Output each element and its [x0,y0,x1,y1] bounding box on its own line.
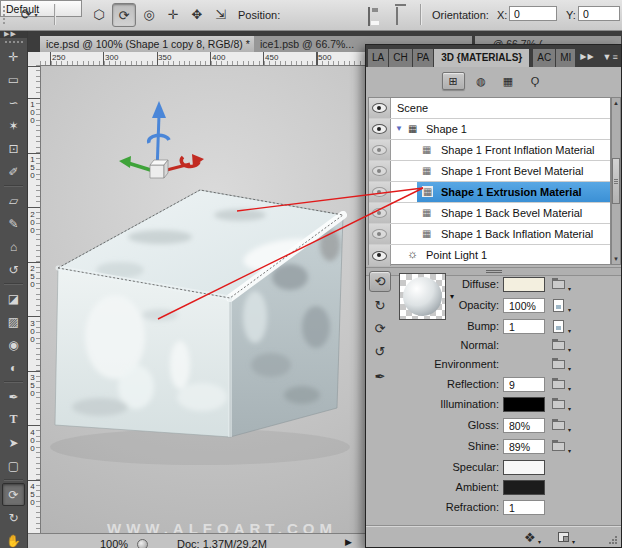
opacity-input[interactable] [503,298,545,313]
visibility-eye-icon[interactable] [372,103,387,113]
scene-row-scene[interactable]: Scene [369,98,610,119]
tool-clone-stamp[interactable]: ⌂ [2,235,25,258]
scene-row-back-bevel-material[interactable]: ▦ Shape 1 Back Bevel Material [369,203,610,224]
visibility-eye-icon[interactable] [372,124,387,134]
scroll-up-icon[interactable]: ▲ [612,100,620,106]
scene-scrollbar[interactable]: ▲ ▼ [611,97,621,265]
texture-folder-icon[interactable] [552,442,565,451]
tool-shape[interactable]: ▢ [2,454,25,477]
return-to-initial-button[interactable]: ⬡ [88,3,110,25]
panel-resize-grip[interactable] [609,535,618,544]
scene-row-extrusion-material[interactable]: ▦ Shape 1 Extrusion Material [369,182,610,203]
texture-folder-icon[interactable] [552,400,565,409]
tool-type[interactable]: T [2,408,25,431]
visibility-eye-icon[interactable] [372,208,387,218]
tool-3d-orbit[interactable]: ↻ [2,506,25,529]
panel-menu-icon[interactable]: ▼≡ [599,52,622,67]
texture-menu-arrow-icon[interactable]: ▾ [568,426,571,433]
visibility-eye-icon[interactable] [372,166,387,176]
diffuse-color-swatch[interactable] [503,277,545,292]
tool-pen[interactable]: ✒ [2,385,25,408]
status-flyout-icon[interactable]: ▶ [345,537,352,547]
tab-channels[interactable]: CH [389,49,411,67]
visibility-eye-icon[interactable] [372,251,387,261]
texture-folder-icon[interactable] [552,280,565,289]
visibility-eye-icon[interactable] [372,187,387,197]
tab-paths[interactable]: PA [413,49,434,67]
tool-brush[interactable]: ✎ [2,212,25,235]
tab-mini-bridge[interactable]: MI [556,49,575,67]
toolbox-collapse-button[interactable]: ▶▶ [0,30,27,38]
tool-hand[interactable]: ✋ [2,529,25,548]
texture-folder-icon[interactable] [552,380,565,389]
bump-input[interactable] [503,319,545,334]
shine-input[interactable] [503,439,545,454]
tool-path-select[interactable]: ➤ [2,431,25,454]
expander-icon[interactable]: ▼ [395,124,403,133]
texture-menu-arrow-icon[interactable]: ▾ [568,306,571,313]
texture-file-icon[interactable] [553,320,564,333]
rotate-3d-object-button[interactable]: ⟳ [112,3,136,27]
texture-menu-arrow-icon[interactable]: ▾ [568,285,571,292]
options-bar-grip[interactable] [3,6,9,24]
filter-whole-scene-button[interactable]: ⊞ [442,72,465,90]
filter-lights-button[interactable]: Ϙ [525,73,546,89]
texture-menu-arrow-icon[interactable]: ▾ [568,447,571,454]
refraction-input[interactable] [503,500,545,515]
vertical-ruler[interactable]: 100 150 200 250 300 350 400 450 500 [27,65,41,533]
texture-folder-icon[interactable] [552,421,565,430]
zoom-level[interactable]: 100% [100,538,128,548]
adobe-drive-icon[interactable] [137,539,148,548]
3d-axis-widget[interactable] [119,101,204,178]
scroll-down-icon[interactable]: ▼ [612,256,620,262]
scroll-thumb[interactable] [612,158,620,204]
scene-row-front-inflation-material[interactable]: ▦ Shape 1 Front Inflation Material [369,140,610,161]
toolbox-grip[interactable] [5,41,23,43]
tool-preset-button[interactable]: ⟳ ▾ [14,3,44,25]
filter-materials-button[interactable]: ◍ [471,73,492,89]
reflection-input[interactable] [503,377,545,392]
tool-3d-rotate[interactable]: ⟳ [2,483,25,506]
texture-menu-arr-icon[interactable]: ▾ [568,405,571,412]
tool-crop[interactable]: ⊡ [2,137,25,160]
ruler-corner[interactable] [27,52,41,66]
orientation-x-input[interactable] [509,6,557,21]
tab-layers[interactable]: LA [368,49,388,67]
texture-folder-icon[interactable] [552,341,565,350]
tool-dodge[interactable]: ◐ [2,356,25,379]
menu-arrow-icon[interactable]: ▾ [572,538,575,545]
gloss-input[interactable] [503,418,545,433]
scene-row-back-inflation-material[interactable]: ▦ Shape 1 Back Inflation Material [369,224,610,245]
scene-row-point-light-1[interactable]: ☼ Point Light 1 [369,245,610,266]
delete-position-button[interactable] [396,7,398,25]
texture-folder-icon[interactable] [552,360,565,369]
texture-menu-arrow-icon[interactable]: ▾ [568,327,571,334]
tool-history-brush[interactable]: ↺ [2,258,25,281]
tab-ice-psd[interactable]: ice.psd @ 100% (Shape 1 copy 8, RGB/8) *… [40,36,276,52]
scene-row-shape-1[interactable]: ▼ ▦ Shape 1 [369,119,610,140]
tool-healing-brush[interactable]: ▱ [2,189,25,212]
pan-3d-object-button[interactable]: ✛ [162,3,184,25]
visibility-eye-icon[interactable] [372,229,387,239]
texture-menu-arrow-icon[interactable]: ▾ [568,385,571,392]
orientation-y-input[interactable] [578,6,620,21]
illumination-color-swatch[interactable] [503,397,545,412]
tool-marquee[interactable]: ▭ [2,68,25,91]
ambient-color-swatch[interactable] [503,480,545,495]
tab-3d-materials[interactable]: 3D {MATERIALS} [434,49,529,67]
tool-move[interactable]: ✛ [2,45,25,68]
materials-menu-icon[interactable]: ❖ [524,530,536,545]
tool-gradient[interactable]: ▨ [2,310,25,333]
scale-3d-object-button[interactable]: ⇲ [210,3,232,25]
tool-magic-wand[interactable]: ✶ [2,114,25,137]
slide-3d-object-button[interactable]: ✥ [186,3,208,25]
save-position-button[interactable] [368,8,370,26]
visibility-eye-icon[interactable] [372,145,387,155]
tab-overflow-icon[interactable]: ▶▶ [576,52,598,67]
roll-3d-object-button[interactable]: ◎ [138,3,160,25]
menu-arrow-icon[interactable]: ▾ [538,538,541,545]
tool-eraser[interactable]: ◪ [2,287,25,310]
tool-lasso[interactable]: ∽ [2,91,25,114]
tool-blur[interactable]: ◉ [2,333,25,356]
filter-meshes-button[interactable]: ▦ [498,73,519,89]
